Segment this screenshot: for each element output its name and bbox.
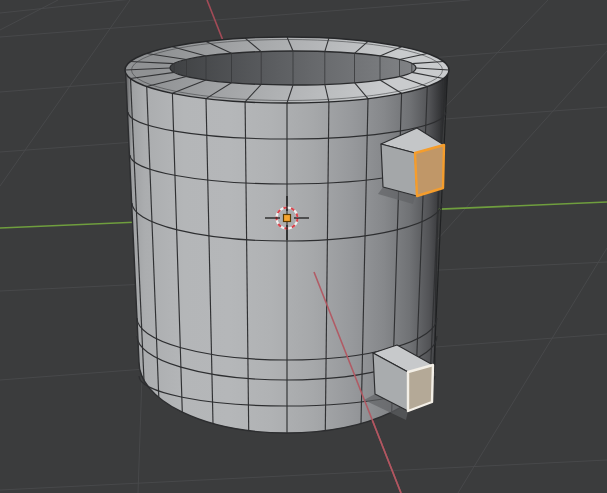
blender-3d-viewport[interactable] bbox=[0, 0, 607, 493]
handle-upper-left-face bbox=[381, 144, 417, 196]
object-origin-dot bbox=[284, 215, 291, 222]
active-face-highlight[interactable] bbox=[408, 365, 433, 411]
selected-face-highlight[interactable] bbox=[415, 145, 444, 196]
viewport-canvas[interactable] bbox=[0, 0, 607, 493]
